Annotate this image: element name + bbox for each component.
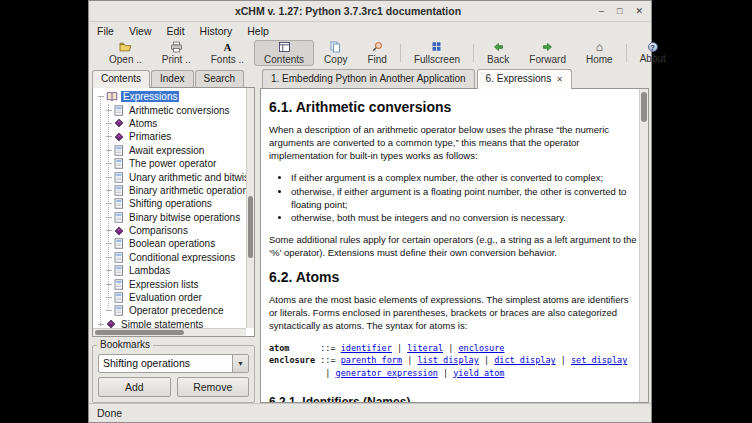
sidebar-tab-index[interactable]: Index	[151, 70, 193, 87]
toolbar-button-fullscreen[interactable]: Fullscreen	[404, 40, 470, 66]
toolbar: Open ..Print ..AFonts ..ContentsCopyFind…	[89, 39, 651, 67]
tree-item-label: Comparisons	[127, 225, 190, 236]
doc-link[interactable]: parenth_form	[341, 355, 402, 365]
toolbar-button-label: About	[640, 53, 666, 64]
tree-item[interactable]: Primaries	[93, 130, 246, 143]
toolbar-button-copy[interactable]: Copy	[314, 40, 357, 66]
maximize-button[interactable]: □	[617, 7, 622, 16]
menu-view[interactable]: View	[129, 25, 152, 37]
tree-item[interactable]: Lambdas	[93, 264, 246, 277]
tree-item[interactable]: Comparisons	[93, 224, 246, 237]
tree-item[interactable]: Binary arithmetic operation	[93, 184, 246, 197]
bookmark-remove-button[interactable]: Remove	[177, 377, 250, 397]
toolbar-button-find[interactable]: Find	[357, 40, 396, 66]
doc-link[interactable]: literal	[407, 343, 443, 353]
tree-horizontal-scrollbar[interactable]	[93, 328, 246, 336]
toolbar-button-label: Find	[367, 54, 386, 65]
doc-link[interactable]: set_display	[571, 355, 627, 365]
doc-link[interactable]: yield_atom	[453, 368, 504, 378]
doc-paragraph: Some additional rules apply for certain …	[269, 234, 637, 260]
menu-help[interactable]: Help	[247, 25, 269, 37]
tree-item[interactable]: Unary arithmetic and bitwis	[93, 170, 246, 183]
doc-bullet: If either argument is a complex number, …	[291, 172, 637, 185]
tree-item[interactable]: Expression lists	[93, 277, 246, 290]
window-controls: –□✕	[599, 7, 643, 16]
doc-heading: 6.1. Arithmetic conversions	[269, 99, 637, 115]
document-vertical-scrollbar[interactable]	[639, 89, 648, 402]
toolbar-button-label: Back	[487, 54, 509, 65]
bookmark-combobox[interactable]: Shifting operations ▾	[98, 354, 249, 373]
close-button[interactable]: ✕	[635, 7, 643, 16]
tree-item-label: Expression lists	[127, 279, 200, 290]
diamond-icon	[114, 228, 124, 234]
toolbar-button-home[interactable]: ⌂Home	[576, 40, 623, 66]
tree-item[interactable]: Await expression	[93, 144, 246, 157]
open-icon	[119, 41, 132, 53]
tree-item[interactable]: Conditional expressions	[93, 251, 246, 264]
toolbar-separator	[626, 44, 627, 62]
scrollbar-thumb[interactable]	[641, 92, 647, 122]
toolbar-button-forward[interactable]: Forward	[519, 40, 576, 66]
diamond-icon	[114, 120, 124, 126]
doc-bullet-list: If either argument is a complex number, …	[291, 172, 637, 226]
sidebar-tab-search[interactable]: Search	[195, 70, 245, 87]
tree-item[interactable]: Atoms	[93, 117, 246, 130]
tree-item[interactable]: Evaluation order	[93, 291, 246, 304]
back-icon	[492, 41, 505, 53]
tree-item[interactable]: Operator precedence	[93, 304, 246, 317]
doc-link[interactable]: enclosure	[458, 343, 504, 353]
tree-item-label: Evaluation order	[127, 292, 204, 303]
scrollbar-thumb[interactable]	[248, 196, 253, 258]
doc-link[interactable]: list_display	[417, 355, 478, 365]
tree-connector-stub	[98, 96, 104, 97]
toolbar-button-print[interactable]: Print ..	[152, 40, 201, 66]
tree-item[interactable]: The power operator	[93, 157, 246, 170]
statusbar: Done	[89, 403, 651, 422]
doc-paragraph: When a description of an arithmetic oper…	[269, 124, 637, 163]
tree-connector-stub	[106, 257, 112, 258]
scrollbar-thumb[interactable]	[95, 330, 184, 335]
tree-connector-stub	[106, 297, 112, 298]
find-icon	[371, 41, 384, 53]
tree-item[interactable]: Simple statements	[93, 318, 246, 328]
tree-item[interactable]: Expressions	[93, 90, 246, 103]
toolbar-button-contents[interactable]: Contents	[254, 40, 314, 66]
doc-link[interactable]: dict_display	[494, 355, 555, 365]
toolbar-button-back[interactable]: Back	[477, 40, 519, 66]
tree-item-label: Expressions	[121, 91, 179, 102]
tree-item[interactable]: Shifting operations	[93, 197, 246, 210]
tree-item[interactable]: Arithmetic conversions	[93, 103, 246, 116]
toolbar-button-about[interactable]: ?About	[630, 40, 676, 66]
doc-link[interactable]: identifier	[341, 343, 392, 353]
sidebar-tab-contents[interactable]: Contents	[92, 70, 150, 88]
doc-bullet: otherwise, both must be integers and no …	[291, 212, 637, 225]
tree-item-label: Conditional expressions	[127, 252, 237, 263]
menu-history[interactable]: History	[200, 25, 233, 37]
tree-item[interactable]: Boolean operations	[93, 237, 246, 250]
tree-item-label: Binary arithmetic operation	[127, 185, 246, 196]
bookmark-add-button[interactable]: Add	[98, 377, 171, 397]
document-tab[interactable]: 6. Expressions✕	[477, 69, 572, 89]
tree-item[interactable]: Binary bitwise operations	[93, 211, 246, 224]
doc-heading: 6.2. Atoms	[269, 269, 637, 285]
menu-file[interactable]: File	[97, 25, 114, 37]
doc-link[interactable]: generator_expression	[336, 368, 438, 378]
tree-item-label: Unary arithmetic and bitwis	[127, 172, 246, 183]
combobox-dropdown-button[interactable]: ▾	[232, 355, 248, 372]
fullscreen-icon	[430, 41, 443, 53]
home-icon: ⌂	[596, 41, 603, 53]
tab-close-icon[interactable]: ✕	[556, 75, 563, 84]
main-area: ContentsIndexSearch ExpressionsArithmeti…	[89, 67, 651, 403]
menu-edit[interactable]: Edit	[167, 25, 185, 37]
titlebar[interactable]: xCHM v. 1.27: Python 3.7.3rc1 documentat…	[89, 1, 651, 22]
minimize-button[interactable]: –	[599, 7, 604, 16]
toolbar-button-open[interactable]: Open ..	[99, 40, 152, 66]
bookmark-selected-value: Shifting operations	[99, 355, 232, 372]
toolbar-button-label: Forward	[529, 54, 566, 65]
toolbar-button-label: Contents	[264, 54, 304, 65]
tree-connector-stub	[106, 123, 112, 124]
tree-connector-stub	[106, 150, 112, 151]
document-tab[interactable]: 1. Embedding Python in Another Applicati…	[262, 69, 475, 88]
toolbar-button-fonts[interactable]: AFonts ..	[201, 40, 254, 66]
tree-vertical-scrollbar[interactable]	[246, 88, 254, 328]
